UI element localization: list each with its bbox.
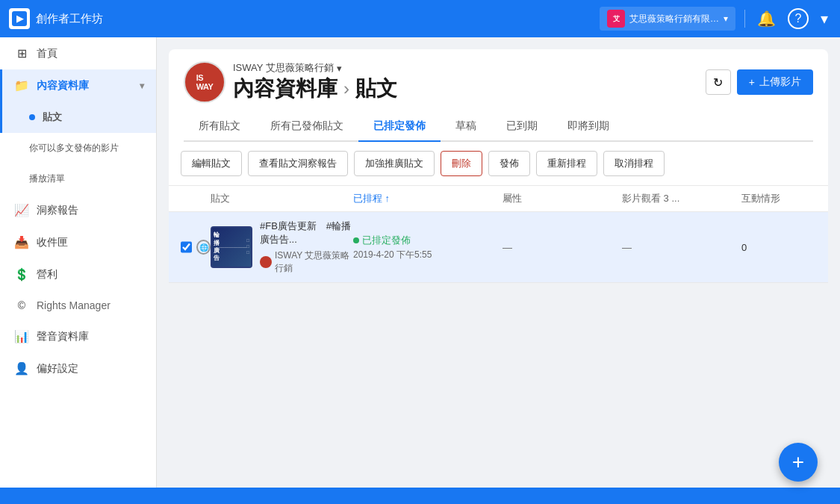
sidebar-item-home[interactable]: ⊞ 首頁 <box>0 37 156 69</box>
schedule-cell: 已排定發佈 2019-4-20 下午5:55 <box>353 234 503 261</box>
help-button[interactable]: ? <box>788 8 809 29</box>
insights-icon: 📈 <box>14 203 29 217</box>
brand-dropdown-icon[interactable]: ▾ <box>337 63 342 74</box>
table-row: 🌐 輪播廣告 —————— □ □ □ #FB廣告更新 #輪播廣告告... <box>169 212 828 283</box>
reschedule-button[interactable]: 重新排程 <box>536 151 597 176</box>
tab-draft[interactable]: 草稿 <box>441 112 491 142</box>
row-select-cell: 🌐 <box>181 240 211 255</box>
status-date: 2019-4-20 下午5:55 <box>353 249 503 261</box>
tab-all-posts[interactable]: 所有貼文 <box>184 112 255 142</box>
delete-button[interactable]: 刪除 <box>441 151 482 176</box>
sidebar-label-revenue: 營利 <box>37 268 57 281</box>
sidebar-label-content-library: 內容資料庫 <box>37 79 89 93</box>
sidebar-item-playlist[interactable]: 播放清單 <box>0 164 156 194</box>
refresh-button[interactable]: ↻ <box>706 69 731 95</box>
upload-plus-icon: + <box>749 76 755 88</box>
brand-logo: ISWAY <box>184 61 225 103</box>
brand-name-row: ISWAY 艾思薇策略行銷 ▾ <box>233 61 397 75</box>
sidebar-item-preferences[interactable]: 👤 偏好設定 <box>0 352 156 385</box>
bottom-bar <box>0 488 840 504</box>
status-dot <box>353 237 359 243</box>
brand-info: ISWAY 艾思薇策略行銷 ▾ 內容資料庫 › 貼文 <box>233 61 397 103</box>
col-header-post: 貼文 <box>211 192 353 205</box>
sidebar-label-inbox: 收件匣 <box>37 236 68 249</box>
breadcrumb-text: 內容資料庫 <box>233 75 337 103</box>
header-left: ▶ 創作者工作坊 <box>9 8 103 29</box>
row-checkbox[interactable] <box>181 241 192 253</box>
inbox-icon: 📥 <box>14 235 29 249</box>
sidebar-label-sound-library: 聲音資料庫 <box>37 330 89 343</box>
post-author: ISWAY 艾思薇策略行銷 <box>260 249 353 275</box>
account-avatar: 艾 <box>607 10 625 28</box>
app-logo: ▶ <box>9 8 30 29</box>
fab-icon: + <box>792 450 804 474</box>
col-header-views: 影片觀看 3 ... <box>622 192 741 205</box>
upload-video-button[interactable]: + 上傳影片 <box>737 69 813 95</box>
sidebar-item-revenue[interactable]: 💲 營利 <box>0 258 156 290</box>
sidebar-item-inbox[interactable]: 📥 收件匣 <box>0 226 156 258</box>
rights-manager-icon: © <box>14 299 29 311</box>
sidebar-item-content-library[interactable]: 📁 內容資料庫 ▾ <box>0 69 156 102</box>
account-chevron: ▾ <box>724 13 728 24</box>
sound-library-icon: 📊 <box>14 329 29 343</box>
sidebar-item-sound-library[interactable]: 📊 聲音資料庫 <box>0 320 156 352</box>
col-header-scheduled[interactable]: 已排程 ↑ <box>353 192 503 205</box>
sidebar-label-insights: 洞察報告 <box>37 204 78 217</box>
views-cell: — <box>622 242 741 253</box>
logo-icon: ▶ <box>12 11 27 26</box>
sidebar-label-posts: 貼文 <box>43 111 62 124</box>
tab-scheduled[interactable]: 已排定發佈 <box>358 112 441 142</box>
page-brand: ISWAY ISWAY 艾思薇策略行銷 ▾ 內容資料庫 › 貼文 <box>184 61 397 103</box>
edit-post-button[interactable]: 編輯貼文 <box>181 151 242 176</box>
col-scheduled-label: 已排程 ↑ <box>353 192 390 205</box>
content-library-icon: 📁 <box>14 78 29 93</box>
tab-expired[interactable]: 已到期 <box>491 112 553 142</box>
sidebar: ⊞ 首頁 📁 內容資料庫 ▾ 貼文 你可以多文發佈的影片 播放清單 📈 洞察報告… <box>0 37 157 504</box>
home-icon: ⊞ <box>14 46 29 60</box>
upload-label: 上傳影片 <box>759 75 801 89</box>
col-header-engagement: 互動情形 <box>741 192 816 205</box>
top-header: ▶ 創作者工作坊 艾 艾思薇策略行銷有限公... ▾ 🔔 ? ▾ <box>0 0 840 37</box>
sidebar-item-insights[interactable]: 📈 洞察報告 <box>0 194 156 226</box>
app-title: 創作者工作坊 <box>36 12 103 26</box>
status-text: 已排定發佈 <box>362 234 411 247</box>
brand-logo-text: ISWAY <box>196 73 214 91</box>
view-insights-button[interactable]: 查看貼文洞察報告 <box>248 151 348 176</box>
main-content: ISWAY ISWAY 艾思薇策略行銷 ▾ 內容資料庫 › 貼文 <box>157 37 840 504</box>
page-title: 貼文 <box>355 75 397 103</box>
author-avatar <box>260 256 272 268</box>
boost-post-button[interactable]: 加強推廣貼文 <box>354 151 435 176</box>
post-title: #FB廣告更新 #輪播廣告告... <box>260 220 353 246</box>
engagement-cell: 0 <box>741 242 816 253</box>
post-cell: 輪播廣告 —————— □ □ □ #FB廣告更新 #輪播廣告告... ISWA… <box>211 220 353 275</box>
refresh-icon: ↻ <box>713 75 723 90</box>
unschedule-button[interactable]: 取消排程 <box>603 151 665 176</box>
tab-upcoming[interactable]: 即將到期 <box>553 112 624 142</box>
header-right: 艾 艾思薇策略行銷有限公... ▾ 🔔 ? ▾ <box>600 7 831 31</box>
post-thumbnail: 輪播廣告 —————— □ □ □ <box>211 226 252 268</box>
tab-all-published[interactable]: 所有已發佈貼文 <box>255 112 358 142</box>
table-header: 貼文 已排程 ↑ 屬性 影片觀看 3 ... 互動情形 <box>169 186 828 212</box>
post-info: #FB廣告更新 #輪播廣告告... ISWAY 艾思薇策略行銷 <box>260 220 353 275</box>
sidebar-item-multi-post[interactable]: 你可以多文發佈的影片 <box>0 133 156 164</box>
brand-name-text: ISWAY 艾思薇策略行銷 <box>233 61 334 75</box>
visibility-icon: 🌐 <box>196 240 211 255</box>
sidebar-label-playlist: 播放清單 <box>29 172 65 185</box>
author-name: ISWAY 艾思薇策略行銷 <box>275 249 353 275</box>
revenue-icon: 💲 <box>14 267 29 281</box>
fab-button[interactable]: + <box>779 443 818 482</box>
sidebar-label-multi-post: 你可以多文發佈的影片 <box>29 142 119 155</box>
notifications-button[interactable]: 🔔 <box>754 7 779 31</box>
action-toolbar: 編輯貼文 查看貼文洞察報告 加強推廣貼文 刪除 發佈 重新排程 取消排程 <box>169 142 828 186</box>
sidebar-item-posts[interactable]: 貼文 <box>0 102 156 133</box>
preferences-icon: 👤 <box>14 361 29 376</box>
page-header-top: ISWAY ISWAY 艾思薇策略行銷 ▾ 內容資料庫 › 貼文 <box>184 61 813 103</box>
publish-button[interactable]: 發佈 <box>488 151 530 176</box>
breadcrumb-row: 內容資料庫 › 貼文 <box>233 75 397 103</box>
sidebar-item-rights-manager[interactable]: © Rights Manager <box>0 290 156 320</box>
account-switcher[interactable]: 艾 艾思薇策略行銷有限公... ▾ <box>600 7 735 31</box>
header-menu-button[interactable]: ▾ <box>818 7 831 31</box>
status-row: 已排定發佈 <box>353 234 503 247</box>
breadcrumb-arrow: › <box>343 78 349 99</box>
sidebar-label-home: 首頁 <box>37 47 57 60</box>
